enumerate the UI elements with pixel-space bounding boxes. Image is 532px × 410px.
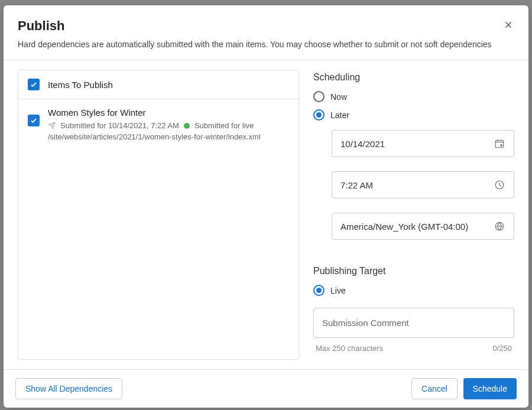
time-value[interactable]	[340, 180, 494, 190]
items-panel: Items To Publish Women Styles for Winter	[4, 60, 306, 369]
timezone-value[interactable]	[340, 222, 494, 232]
items-header: Items To Publish	[18, 70, 299, 99]
schedule-fields	[331, 130, 514, 249]
timezone-input[interactable]	[332, 213, 514, 240]
item-meta: Submitted for 10/14/2021, 7:22 AM Submit…	[48, 121, 289, 130]
scheduling-title: Scheduling	[313, 72, 514, 83]
items-list: Women Styles for Winter Submitted for 10…	[18, 99, 299, 359]
comment-meta: Max 250 characters 0/250	[313, 344, 514, 353]
time-input[interactable]	[332, 171, 514, 199]
scheduling-later-option[interactable]: Later	[313, 109, 514, 121]
items-header-label: Items To Publish	[48, 80, 113, 90]
live-label: Live	[330, 286, 346, 295]
modal-header: Publish Hard dependencies are automatica…	[4, 5, 528, 60]
globe-icon	[494, 220, 505, 232]
publishing-target-section: Publishing Target Live	[313, 266, 514, 296]
now-label: Now	[330, 92, 347, 102]
item-title: Women Styles for Winter	[48, 108, 289, 118]
item-checkbox[interactable]	[28, 115, 40, 126]
select-all-checkbox[interactable]	[28, 79, 40, 90]
date-value[interactable]	[340, 139, 494, 149]
publishing-target-live-option[interactable]: Live	[313, 285, 514, 296]
radio-selected-icon	[313, 285, 325, 296]
scheduling-panel: Scheduling Now Later	[306, 60, 528, 369]
show-dependencies-button[interactable]: Show All Dependencies	[15, 378, 122, 399]
modal-footer: Show All Dependencies Cancel Schedule	[4, 369, 528, 408]
comment-placeholder: Submission Comment	[322, 318, 409, 328]
calendar-icon	[494, 138, 505, 149]
schedule-button[interactable]: Schedule	[463, 378, 517, 399]
status-dot-icon	[184, 123, 190, 129]
char-counter: 0/250	[492, 344, 512, 353]
svg-rect-0	[495, 141, 504, 148]
cancel-button[interactable]: Cancel	[411, 378, 458, 399]
scheduling-radio-group: Now Later	[313, 91, 514, 121]
publish-modal: Publish Hard dependencies are automatica…	[4, 5, 528, 408]
radio-selected-icon	[313, 109, 325, 121]
modal-title: Publish	[18, 18, 514, 34]
publishing-target-title: Publishing Target	[313, 266, 514, 276]
item-content: Women Styles for Winter Submitted for 10…	[48, 108, 289, 141]
item-row: Women Styles for Winter Submitted for 10…	[18, 99, 299, 149]
scheduling-now-option[interactable]: Now	[313, 91, 514, 102]
close-button[interactable]	[500, 17, 517, 34]
later-label: Later	[330, 110, 349, 120]
submission-comment-input[interactable]: Submission Comment	[313, 308, 514, 338]
modal-subtitle: Hard dependencies are automatically subm…	[18, 40, 514, 49]
status-text: Submitted for live	[194, 121, 254, 130]
footer-actions: Cancel Schedule	[411, 378, 517, 399]
items-box: Items To Publish Women Styles for Winter	[18, 70, 299, 360]
radio-icon	[313, 91, 325, 102]
submitted-text: Submitted for 10/14/2021, 7:22 AM	[60, 121, 179, 130]
date-input[interactable]	[332, 130, 514, 157]
max-chars-label: Max 250 characters	[316, 344, 383, 353]
svg-rect-1	[501, 145, 502, 147]
item-path: /site/website/articles/2021/1/women-styl…	[48, 132, 289, 141]
clock-icon	[494, 179, 505, 191]
close-icon	[503, 19, 514, 32]
plane-icon	[48, 122, 56, 129]
modal-body: Items To Publish Women Styles for Winter	[4, 60, 528, 369]
